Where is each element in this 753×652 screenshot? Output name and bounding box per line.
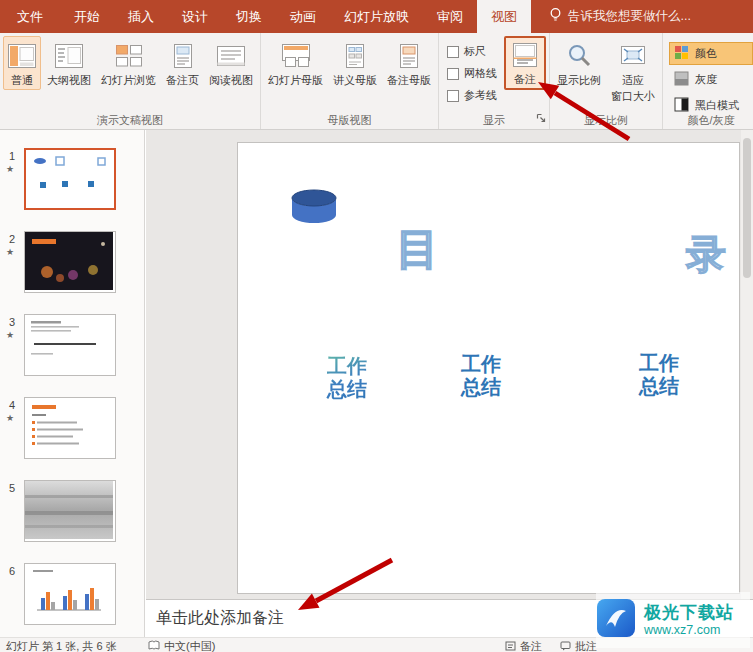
slide-thumbnail-2[interactable]: 2 ★	[0, 231, 144, 297]
ribbon-tab-bar: 文件 开始 插入 设计 切换 动画 幻灯片放映 审阅 视图 告诉我您想要做什么.…	[0, 0, 753, 33]
group-show: 标尺 网格线 参考线 备注 显示	[439, 33, 550, 129]
toc-item-2[interactable]: 工作总结	[456, 353, 506, 399]
slide-thumbnail-panel: 1 ★ 2 ★ 3 ★ 4 ★	[0, 130, 145, 637]
tell-me-box[interactable]: 告诉我您想要做什么...	[549, 0, 691, 33]
slide-title-char-left[interactable]: 目	[396, 221, 439, 279]
slide-number: 5	[9, 482, 15, 494]
grayscale-button[interactable]: 灰度	[669, 68, 753, 91]
slide-3-preview[interactable]	[24, 314, 116, 376]
toc-item-3[interactable]: 工作总结	[634, 352, 684, 398]
notes-button-label: 备注	[514, 73, 536, 86]
notes-page-button[interactable]: 备注页	[162, 36, 203, 90]
group-label-show: 显示	[439, 113, 549, 128]
grayscale-icon	[674, 71, 689, 88]
slide-indicator: 幻灯片 第 1 张, 共 6 张	[6, 639, 117, 652]
scrollbar-thumb[interactable]	[743, 138, 751, 278]
fit-window-label-line2: 窗口大小	[611, 90, 655, 103]
tab-design[interactable]: 设计	[168, 0, 222, 33]
slide-thumbnail-3[interactable]: 3 ★	[0, 314, 144, 380]
ruler-checkbox[interactable]	[447, 46, 459, 58]
color-icon	[674, 45, 689, 62]
tab-transitions[interactable]: 切换	[222, 0, 276, 33]
group-zoom: 显示比例 适应 窗口大小 显示比例	[550, 33, 663, 129]
slide-number: 1	[9, 150, 15, 162]
slide-sorter-button[interactable]: 幻灯片浏览	[97, 36, 160, 90]
status-notes-toggle[interactable]: 备注	[505, 639, 542, 652]
outline-view-button[interactable]: 大纲视图	[43, 36, 95, 90]
fit-to-window-button[interactable]: 适应 窗口大小	[607, 36, 659, 105]
guides-checkbox-row[interactable]: 参考线	[447, 88, 497, 103]
status-comments-icon	[560, 641, 571, 652]
ruler-label: 标尺	[464, 44, 486, 59]
slide-2-preview[interactable]	[24, 231, 116, 293]
slide-5-preview[interactable]	[24, 480, 116, 542]
slide-thumbnail-4[interactable]: 4 ★	[0, 397, 144, 463]
tab-view[interactable]: 视图	[477, 0, 531, 33]
tell-me-text: 告诉我您想要做什么...	[568, 8, 691, 25]
slide-title-char-right[interactable]: 录	[686, 227, 726, 282]
slide-number: 2	[9, 233, 15, 245]
reading-view-label: 阅读视图	[209, 74, 253, 87]
cylinder-shape[interactable]	[290, 187, 338, 231]
notes-page-label: 备注页	[166, 74, 199, 87]
gridlines-checkbox-row[interactable]: 网格线	[447, 66, 497, 81]
language-label: 中文(中国)	[164, 639, 215, 652]
slide-master-label: 幻灯片母版	[268, 74, 323, 87]
group-color-grayscale: 颜色 灰度 黑白模式 颜色/灰度	[663, 33, 753, 129]
gridlines-label: 网格线	[464, 66, 497, 81]
guides-label: 参考线	[464, 88, 497, 103]
slide-number: 6	[9, 565, 15, 577]
tab-animations[interactable]: 动画	[276, 0, 330, 33]
zoom-button[interactable]: 显示比例	[553, 36, 605, 90]
group-presentation-views: 普通 大纲视图 幻灯片浏览 备注页	[0, 33, 261, 129]
handout-master-label: 讲义母版	[333, 74, 377, 87]
normal-view-label: 普通	[11, 74, 33, 87]
tab-review[interactable]: 审阅	[423, 0, 477, 33]
slide-number: 4	[9, 399, 15, 411]
group-master-views: 幻灯片母版 讲义母版 备注母版 母版视图	[261, 33, 439, 129]
slide-1-preview[interactable]	[24, 148, 116, 210]
slide-sorter-label: 幻灯片浏览	[101, 74, 156, 87]
notes-page-icon	[168, 43, 198, 71]
reading-view-icon	[216, 43, 246, 71]
slide-thumbnail-6[interactable]: 6	[0, 563, 144, 629]
slide-master-button[interactable]: 幻灯片母版	[264, 36, 327, 90]
grayscale-label: 灰度	[695, 72, 717, 87]
language-indicator[interactable]: 中文(中国)	[148, 639, 215, 652]
status-comments-label: 批注	[575, 639, 597, 652]
animation-star-icon: ★	[6, 164, 14, 174]
black-white-label: 黑白模式	[695, 98, 739, 113]
slide-thumbnail-5[interactable]: 5	[0, 480, 144, 546]
zoom-button-label: 显示比例	[557, 74, 601, 87]
color-mode-column: 颜色 灰度 黑白模式	[665, 36, 753, 117]
animation-star-icon: ★	[6, 413, 14, 423]
group-label-master-views: 母版视图	[261, 113, 438, 128]
reading-view-button[interactable]: 阅读视图	[205, 36, 257, 90]
slide-canvas[interactable]: 目 录 工作总结 工作总结 工作总结	[237, 142, 740, 594]
tab-insert[interactable]: 插入	[114, 0, 168, 33]
color-mode-button[interactable]: 颜色	[669, 42, 753, 65]
color-mode-label: 颜色	[695, 46, 717, 61]
tab-file[interactable]: 文件	[0, 0, 60, 33]
notes-toggle-button[interactable]: 备注	[504, 36, 546, 90]
toc-item-1[interactable]: 工作总结	[322, 355, 372, 401]
slide-thumbnail-1[interactable]: 1 ★	[0, 148, 144, 214]
tab-home[interactable]: 开始	[60, 0, 114, 33]
group-label-presentation-views: 演示文稿视图	[0, 113, 260, 128]
proofing-icon	[148, 640, 160, 652]
tab-slideshow[interactable]: 幻灯片放映	[330, 0, 423, 33]
ribbon-view-tab-content: 普通 大纲视图 幻灯片浏览 备注页	[0, 33, 753, 130]
normal-view-button[interactable]: 普通	[3, 36, 41, 90]
handout-master-button[interactable]: 讲义母版	[329, 36, 381, 90]
gridlines-checkbox[interactable]	[447, 68, 459, 80]
site-url: www.xz7.com	[644, 623, 734, 637]
site-watermark: 极光下载站 www.xz7.com	[596, 592, 750, 648]
status-notes-icon	[505, 641, 516, 652]
ruler-checkbox-row[interactable]: 标尺	[447, 44, 497, 59]
notes-master-button[interactable]: 备注母版	[383, 36, 435, 90]
guides-checkbox[interactable]	[447, 90, 459, 102]
slide-4-preview[interactable]	[24, 397, 116, 459]
vertical-scrollbar[interactable]	[741, 130, 753, 599]
status-comments-toggle[interactable]: 批注	[560, 639, 597, 652]
slide-6-preview[interactable]	[24, 563, 116, 625]
